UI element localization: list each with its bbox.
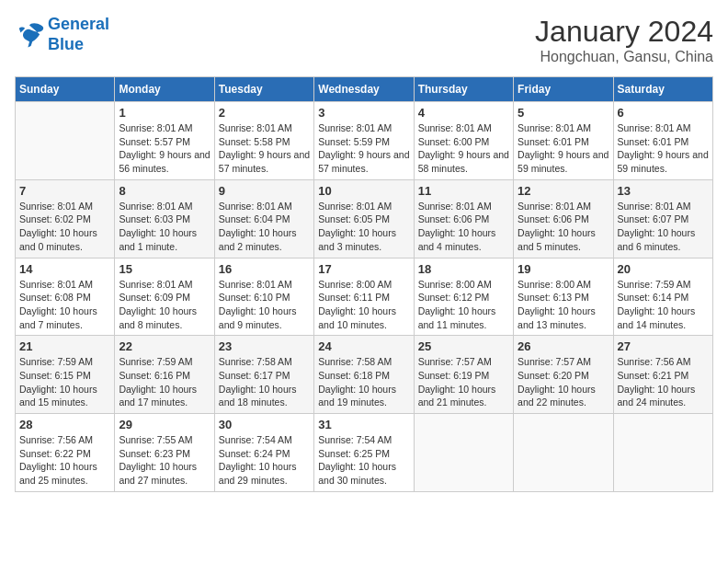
day-info: Sunrise: 8:01 AMSunset: 6:09 PMDaylight:…	[119, 278, 210, 332]
week-row-4: 21Sunrise: 7:59 AMSunset: 6:15 PMDayligh…	[16, 336, 713, 414]
day-cell: 27Sunrise: 7:56 AMSunset: 6:21 PMDayligh…	[613, 336, 712, 414]
day-cell: 26Sunrise: 7:57 AMSunset: 6:20 PMDayligh…	[514, 336, 613, 414]
day-info: Sunrise: 8:01 AMSunset: 6:01 PMDaylight:…	[518, 121, 609, 176]
day-info: Sunrise: 8:01 AMSunset: 6:03 PMDaylight:…	[119, 200, 210, 254]
day-info: Sunrise: 8:01 AMSunset: 5:59 PMDaylight:…	[318, 121, 409, 176]
day-number: 27	[618, 339, 709, 353]
day-cell: 19Sunrise: 8:00 AMSunset: 6:13 PMDayligh…	[514, 258, 613, 336]
day-number: 10	[318, 184, 409, 198]
day-cell: 10Sunrise: 8:01 AMSunset: 6:05 PMDayligh…	[314, 179, 414, 258]
day-info: Sunrise: 7:57 AMSunset: 6:19 PMDaylight:…	[418, 355, 509, 409]
day-cell: 6Sunrise: 8:01 AMSunset: 6:01 PMDaylight…	[613, 102, 712, 180]
day-number: 24	[318, 339, 409, 353]
day-info: Sunrise: 8:00 AMSunset: 6:11 PMDaylight:…	[318, 278, 409, 332]
logo-text: General Blue	[48, 15, 109, 54]
day-cell: 14Sunrise: 8:01 AMSunset: 6:08 PMDayligh…	[16, 258, 115, 336]
day-cell: 25Sunrise: 7:57 AMSunset: 6:19 PMDayligh…	[414, 336, 513, 414]
day-number: 31	[318, 418, 409, 431]
logo: General Blue	[15, 15, 109, 54]
day-cell: 9Sunrise: 8:01 AMSunset: 6:04 PMDaylight…	[214, 179, 313, 258]
day-info: Sunrise: 8:01 AMSunset: 6:07 PMDaylight:…	[618, 200, 709, 254]
week-row-1: 1Sunrise: 8:01 AMSunset: 5:57 PMDaylight…	[16, 102, 713, 180]
day-info: Sunrise: 7:59 AMSunset: 6:16 PMDaylight:…	[119, 355, 210, 409]
day-number: 5	[518, 106, 609, 120]
day-cell: 13Sunrise: 8:01 AMSunset: 6:07 PMDayligh…	[613, 179, 712, 258]
day-cell: 20Sunrise: 7:59 AMSunset: 6:14 PMDayligh…	[613, 258, 712, 336]
day-info: Sunrise: 7:58 AMSunset: 6:18 PMDaylight:…	[318, 355, 409, 409]
day-number: 14	[19, 262, 110, 276]
header-thursday: Thursday	[414, 77, 513, 102]
day-info: Sunrise: 8:01 AMSunset: 6:08 PMDaylight:…	[19, 278, 110, 332]
day-info: Sunrise: 7:54 AMSunset: 6:24 PMDaylight:…	[219, 433, 310, 488]
day-number: 25	[418, 339, 509, 353]
day-number: 3	[318, 106, 409, 120]
day-cell: 12Sunrise: 8:01 AMSunset: 6:06 PMDayligh…	[514, 179, 613, 258]
day-info: Sunrise: 8:01 AMSunset: 6:06 PMDaylight:…	[418, 200, 509, 254]
day-number: 11	[418, 184, 509, 198]
day-number: 20	[618, 262, 709, 276]
day-number: 28	[19, 418, 110, 431]
day-cell: 7Sunrise: 8:01 AMSunset: 6:02 PMDaylight…	[16, 179, 115, 258]
header-row: SundayMondayTuesdayWednesdayThursdayFrid…	[16, 77, 713, 102]
day-info: Sunrise: 8:01 AMSunset: 6:05 PMDaylight:…	[318, 200, 409, 254]
calendar-table: SundayMondayTuesdayWednesdayThursdayFrid…	[15, 76, 713, 492]
header-monday: Monday	[115, 77, 214, 102]
location: Hongchuan, Gansu, China	[535, 49, 713, 65]
month-title: January 2024	[535, 15, 713, 49]
day-number: 30	[219, 418, 310, 431]
day-cell: 18Sunrise: 8:00 AMSunset: 6:12 PMDayligh…	[414, 258, 513, 336]
day-cell: 21Sunrise: 7:59 AMSunset: 6:15 PMDayligh…	[16, 336, 115, 414]
day-cell: 31Sunrise: 7:54 AMSunset: 6:25 PMDayligh…	[314, 414, 414, 492]
day-cell: 2Sunrise: 8:01 AMSunset: 5:58 PMDaylight…	[214, 102, 313, 180]
day-info: Sunrise: 7:55 AMSunset: 6:23 PMDaylight:…	[119, 433, 210, 488]
header-tuesday: Tuesday	[214, 77, 313, 102]
day-cell	[514, 414, 613, 492]
day-cell: 11Sunrise: 8:01 AMSunset: 6:06 PMDayligh…	[414, 179, 513, 258]
day-number: 6	[618, 106, 709, 120]
day-cell: 29Sunrise: 7:55 AMSunset: 6:23 PMDayligh…	[115, 414, 214, 492]
day-number: 13	[618, 184, 709, 198]
day-cell: 17Sunrise: 8:00 AMSunset: 6:11 PMDayligh…	[314, 258, 414, 336]
day-info: Sunrise: 8:01 AMSunset: 5:58 PMDaylight:…	[219, 121, 310, 176]
title-area: January 2024 Hongchuan, Gansu, China	[535, 15, 713, 65]
page-header: General Blue January 2024 Hongchuan, Gan…	[15, 15, 713, 65]
day-number: 12	[518, 184, 609, 198]
day-cell: 4Sunrise: 8:01 AMSunset: 6:00 PMDaylight…	[414, 102, 513, 180]
day-number: 17	[318, 262, 409, 276]
header-sunday: Sunday	[16, 77, 115, 102]
day-cell: 8Sunrise: 8:01 AMSunset: 6:03 PMDaylight…	[115, 179, 214, 258]
week-row-2: 7Sunrise: 8:01 AMSunset: 6:02 PMDaylight…	[16, 179, 713, 258]
day-number: 23	[219, 339, 310, 353]
day-number: 9	[219, 184, 310, 198]
day-number: 26	[518, 339, 609, 353]
day-info: Sunrise: 8:01 AMSunset: 6:04 PMDaylight:…	[219, 200, 310, 254]
day-number: 2	[219, 106, 310, 120]
day-cell	[16, 102, 115, 180]
day-info: Sunrise: 8:01 AMSunset: 6:10 PMDaylight:…	[219, 278, 310, 332]
day-info: Sunrise: 7:59 AMSunset: 6:14 PMDaylight:…	[618, 278, 709, 332]
day-info: Sunrise: 8:00 AMSunset: 6:13 PMDaylight:…	[518, 278, 609, 332]
day-cell	[414, 414, 513, 492]
day-cell: 16Sunrise: 8:01 AMSunset: 6:10 PMDayligh…	[214, 258, 313, 336]
day-info: Sunrise: 8:01 AMSunset: 6:02 PMDaylight:…	[19, 200, 110, 254]
day-number: 4	[418, 106, 509, 120]
day-number: 15	[119, 262, 210, 276]
day-number: 16	[219, 262, 310, 276]
header-friday: Friday	[514, 77, 613, 102]
day-number: 19	[518, 262, 609, 276]
header-saturday: Saturday	[613, 77, 712, 102]
day-info: Sunrise: 7:58 AMSunset: 6:17 PMDaylight:…	[219, 355, 310, 409]
day-info: Sunrise: 8:01 AMSunset: 5:57 PMDaylight:…	[119, 121, 210, 176]
day-cell: 1Sunrise: 8:01 AMSunset: 5:57 PMDaylight…	[115, 102, 214, 180]
day-cell: 30Sunrise: 7:54 AMSunset: 6:24 PMDayligh…	[214, 414, 313, 492]
day-number: 7	[19, 184, 110, 198]
day-number: 8	[119, 184, 210, 198]
week-row-5: 28Sunrise: 7:56 AMSunset: 6:22 PMDayligh…	[16, 414, 713, 492]
day-info: Sunrise: 7:59 AMSunset: 6:15 PMDaylight:…	[19, 355, 110, 409]
day-info: Sunrise: 8:01 AMSunset: 6:00 PMDaylight:…	[418, 121, 509, 176]
day-info: Sunrise: 7:57 AMSunset: 6:20 PMDaylight:…	[518, 355, 609, 409]
day-cell: 22Sunrise: 7:59 AMSunset: 6:16 PMDayligh…	[115, 336, 214, 414]
day-cell: 23Sunrise: 7:58 AMSunset: 6:17 PMDayligh…	[214, 336, 313, 414]
day-info: Sunrise: 8:01 AMSunset: 6:06 PMDaylight:…	[518, 200, 609, 254]
day-info: Sunrise: 8:00 AMSunset: 6:12 PMDaylight:…	[418, 278, 509, 332]
